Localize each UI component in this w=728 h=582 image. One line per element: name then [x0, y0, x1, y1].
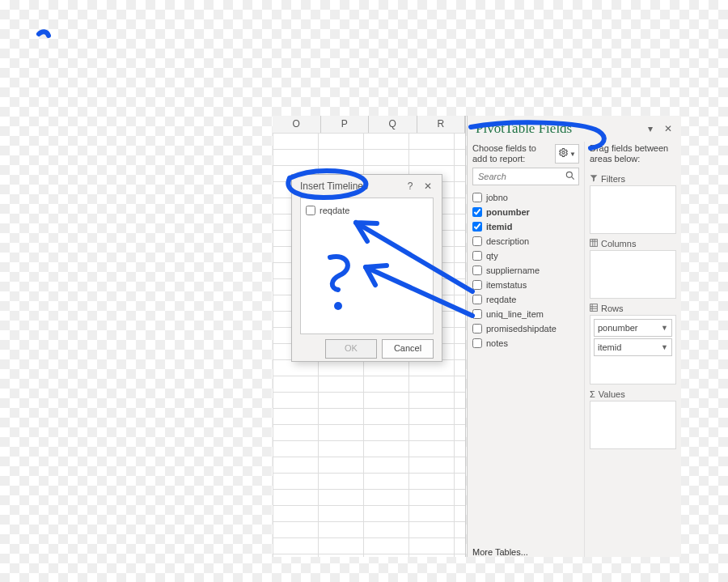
values-section-label: Σ Values	[590, 389, 676, 399]
chip-label: ponumber	[598, 323, 638, 333]
filters-dropzone[interactable]	[590, 185, 676, 234]
field-checkbox[interactable]	[472, 324, 482, 333]
choose-fields-label: Choose fields to add to report:	[472, 143, 552, 164]
field-checkbox[interactable]	[472, 222, 482, 232]
gear-icon	[558, 147, 569, 160]
column-headers: O P Q R	[273, 116, 465, 134]
row-chip-itemid[interactable]: itemid▼	[594, 338, 672, 356]
field-checkbox[interactable]	[472, 309, 482, 319]
field-reqdate[interactable]: reqdate	[472, 292, 579, 307]
drag-fields-label: Drag fields between areas below:	[590, 143, 676, 164]
field-label: notes	[486, 338, 508, 348]
field-list[interactable]: jobnoponumberitemiddescriptionqtysupplie…	[472, 190, 579, 542]
svg-line-2	[571, 177, 574, 180]
values-dropzone[interactable]	[590, 401, 676, 449]
col-R[interactable]: R	[417, 116, 466, 133]
field-label: jobno	[486, 193, 508, 202]
field-qty[interactable]: qty	[472, 249, 579, 263]
pivottable-fields-pane: PivotTable Fields ▾ ✕ Choose fields to a…	[467, 116, 681, 557]
field-label: promisedshipdate	[486, 324, 557, 333]
field-checkbox[interactable]	[472, 193, 482, 202]
pane-dropdown-icon[interactable]: ▾	[644, 122, 657, 135]
field-checkbox[interactable]	[472, 207, 482, 217]
columns-section-label: Columns	[590, 239, 676, 249]
col-P[interactable]: P	[321, 116, 370, 133]
svg-point-0	[562, 151, 565, 154]
rows-section-label: Rows	[590, 304, 676, 313]
search-icon	[565, 170, 576, 184]
dialog-title: Insert Timelines	[300, 181, 401, 192]
dialog-close-icon[interactable]: ✕	[419, 181, 437, 192]
annotation-stray-mark	[39, 32, 49, 36]
dialog-help-icon[interactable]: ?	[401, 181, 419, 192]
pane-close-icon[interactable]: ✕	[662, 122, 675, 135]
field-checkbox[interactable]	[472, 236, 482, 246]
field-itemstatus[interactable]: itemstatus	[472, 278, 579, 292]
field-search[interactable]	[472, 168, 579, 185]
svg-rect-3	[590, 240, 598, 247]
rows-dropzone[interactable]: ponumber▼itemid▼	[590, 315, 676, 384]
svg-point-1	[566, 172, 572, 178]
field-checkbox[interactable]	[472, 251, 482, 261]
field-label: itemstatus	[486, 280, 527, 290]
field-itemid[interactable]: itemid	[472, 219, 579, 234]
svg-rect-7	[590, 304, 598, 312]
field-label: itemid	[486, 222, 512, 232]
dialog-body: reqdate	[300, 198, 434, 334]
filter-icon	[590, 174, 598, 184]
field-checkbox[interactable]	[472, 280, 482, 290]
field-ponumber[interactable]: ponumber	[472, 205, 579, 219]
col-O[interactable]: O	[273, 116, 321, 133]
cancel-button[interactable]: Cancel	[382, 339, 434, 359]
insert-timelines-dialog: Insert Timelines ? ✕ reqdate OK Cancel	[291, 174, 442, 362]
columns-icon	[590, 239, 598, 249]
col-Q[interactable]: Q	[369, 116, 417, 133]
chevron-down-icon: ▼	[569, 151, 576, 158]
chip-label: itemid	[598, 342, 621, 352]
pane-title: PivotTable Fields	[476, 121, 639, 137]
field-label: description	[486, 236, 529, 246]
ok-button[interactable]: OK	[325, 339, 377, 359]
field-label: qty	[486, 251, 498, 261]
field-suppliername[interactable]: suppliername	[472, 263, 579, 278]
field-description[interactable]: description	[472, 234, 579, 249]
field-label: ponumber	[486, 207, 530, 217]
rows-icon	[590, 304, 598, 313]
chevron-down-icon: ▼	[661, 343, 668, 351]
timeline-field-reqdate[interactable]: reqdate	[306, 203, 428, 218]
search-input[interactable]	[472, 168, 579, 185]
field-promisedshipdate[interactable]: promisedshipdate	[472, 321, 579, 336]
field-notes[interactable]: notes	[472, 336, 579, 350]
sigma-icon: Σ	[590, 389, 595, 399]
field-label: suppliername	[486, 266, 540, 275]
field-jobno[interactable]: jobno	[472, 190, 579, 205]
field-label: reqdate	[486, 295, 516, 304]
timeline-field-checkbox[interactable]	[306, 206, 315, 215]
filters-section-label: Filters	[590, 174, 676, 184]
tools-gear-button[interactable]: ▼	[555, 144, 579, 164]
field-label: uniq_line_item	[486, 309, 544, 319]
timeline-field-label: reqdate	[320, 206, 349, 215]
field-checkbox[interactable]	[472, 295, 482, 304]
row-chip-ponumber[interactable]: ponumber▼	[594, 319, 672, 337]
field-checkbox[interactable]	[472, 338, 482, 348]
field-checkbox[interactable]	[472, 266, 482, 275]
columns-dropzone[interactable]	[590, 250, 676, 299]
chevron-down-icon: ▼	[661, 324, 668, 332]
more-tables-link[interactable]: More Tables...	[472, 547, 579, 557]
field-uniq_line_item[interactable]: uniq_line_item	[472, 307, 579, 321]
